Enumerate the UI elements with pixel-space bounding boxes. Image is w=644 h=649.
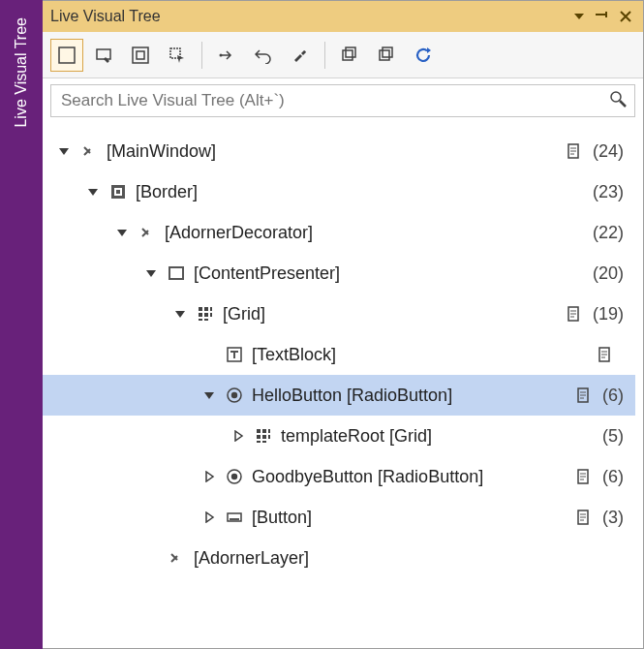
settings-button[interactable] — [284, 39, 317, 72]
tree-row-label: [Border] — [136, 182, 562, 202]
tree-row[interactable]: [MainWindow](24) — [43, 131, 635, 171]
svg-marker-24 — [117, 230, 127, 236]
descendant-count: (19) — [593, 304, 624, 324]
svg-rect-56 — [268, 429, 270, 433]
tree-row[interactable]: HelloButton [RadioButton](6) — [43, 375, 635, 416]
expander-icon[interactable] — [201, 469, 217, 484]
view-source-icon[interactable] — [571, 387, 595, 403]
svg-rect-31 — [210, 307, 212, 311]
expander-icon[interactable] — [114, 225, 130, 240]
descendant-count: (23) — [593, 182, 624, 202]
expander-icon[interactable] — [85, 184, 101, 200]
search-box[interactable] — [50, 84, 635, 117]
panel-title: Live Visual Tree — [50, 8, 566, 25]
angle-icon — [165, 546, 188, 570]
angle-icon — [77, 139, 101, 163]
expander-icon[interactable] — [56, 143, 72, 159]
tree-row[interactable]: [AdornerDecorator](22) — [43, 212, 635, 253]
svg-marker-12 — [427, 47, 431, 53]
view-source-icon[interactable] — [562, 306, 585, 322]
svg-line-14 — [620, 101, 626, 107]
toolbar-separator — [324, 42, 325, 69]
descendant-count: (22) — [593, 223, 624, 243]
show-layout-adorners-button[interactable] — [124, 39, 157, 72]
text-icon — [223, 343, 246, 366]
svg-rect-1 — [605, 12, 607, 17]
svg-rect-36 — [204, 319, 208, 321]
view-source-icon[interactable] — [593, 347, 616, 362]
tree-row[interactable]: [ContentPresenter](20) — [43, 253, 635, 294]
tree-row-label: templateRoot [Grid] — [281, 426, 571, 447]
tree-row-label: [AdornerDecorator] — [165, 223, 562, 243]
tree-row-label: [Button] — [252, 508, 571, 528]
side-tab-strip: Live Visual Tree — [0, 0, 43, 649]
track-focused-button[interactable] — [161, 39, 194, 72]
tree-row[interactable]: [AdornerLayer] — [43, 538, 635, 578]
radio-icon — [223, 384, 246, 407]
svg-rect-55 — [262, 429, 266, 433]
view-source-icon[interactable] — [571, 510, 595, 525]
view-source-icon[interactable] — [571, 469, 595, 484]
svg-marker-0 — [574, 14, 584, 19]
descendant-count: (24) — [593, 141, 624, 162]
expander-icon[interactable] — [172, 306, 188, 322]
tree-row[interactable]: [TextBlock] — [43, 334, 635, 375]
svg-marker-20 — [88, 189, 98, 196]
svg-rect-8 — [343, 50, 353, 60]
go-to-live-property-button[interactable] — [210, 39, 243, 72]
panel-live-visual-tree: Live Visual Tree [MainWindow](24)[Border… — [43, 0, 644, 649]
svg-rect-32 — [199, 313, 202, 317]
content-icon — [165, 262, 188, 285]
angle-icon — [136, 221, 159, 244]
undo-button[interactable] — [247, 39, 280, 72]
toolbar — [43, 32, 643, 78]
svg-rect-57 — [257, 435, 261, 439]
view-source-icon[interactable] — [562, 143, 585, 159]
tree-row[interactable]: [Grid](19) — [43, 294, 635, 334]
expander-icon[interactable] — [230, 428, 246, 444]
pin-button[interactable] — [593, 7, 612, 26]
svg-rect-5 — [137, 51, 144, 59]
svg-rect-11 — [380, 50, 389, 60]
svg-rect-4 — [133, 47, 148, 63]
tree-row-label: [AdornerLayer] — [194, 548, 593, 569]
tree[interactable]: [MainWindow](24)[Border](23)[AdornerDeco… — [43, 125, 643, 648]
expander-icon[interactable] — [201, 510, 217, 525]
panel-menu-button[interactable] — [569, 7, 589, 26]
expander-none — [201, 347, 217, 362]
tree-row[interactable]: [Button](3) — [43, 497, 635, 538]
collapse-all-button[interactable] — [333, 39, 366, 72]
refresh-button[interactable] — [407, 39, 440, 72]
svg-rect-60 — [257, 441, 261, 443]
descendant-count: (20) — [593, 263, 624, 284]
button-icon — [223, 506, 246, 529]
expand-all-button[interactable] — [370, 39, 403, 72]
svg-rect-23 — [116, 190, 120, 194]
close-button[interactable] — [616, 7, 635, 26]
search-icon[interactable] — [609, 90, 627, 111]
expander-icon[interactable] — [201, 387, 217, 403]
search-input[interactable] — [59, 90, 609, 111]
border-icon — [107, 180, 130, 203]
svg-rect-27 — [170, 268, 182, 278]
descendant-count: (3) — [602, 508, 624, 528]
svg-marker-53 — [235, 431, 242, 441]
svg-point-48 — [231, 392, 237, 398]
tab-live-visual-tree[interactable]: Live Visual Tree — [9, 10, 34, 136]
tree-row[interactable]: templateRoot [Grid](5) — [43, 416, 635, 456]
svg-marker-69 — [206, 512, 213, 522]
svg-rect-59 — [268, 435, 270, 439]
expander-icon[interactable] — [143, 265, 159, 281]
scope-to-selection-button[interactable] — [50, 39, 83, 72]
tree-row-label: [Grid] — [223, 304, 562, 324]
svg-rect-54 — [257, 429, 261, 433]
select-element-button[interactable] — [87, 39, 120, 72]
svg-marker-25 — [146, 270, 156, 277]
svg-rect-34 — [210, 313, 212, 317]
radio-icon — [223, 465, 246, 488]
grid-icon — [252, 424, 275, 448]
tree-row[interactable]: [Border](23) — [43, 171, 635, 212]
svg-marker-62 — [206, 472, 213, 481]
tree-row[interactable]: GoodbyeButton [RadioButton](6) — [43, 456, 635, 497]
svg-rect-29 — [199, 307, 202, 311]
